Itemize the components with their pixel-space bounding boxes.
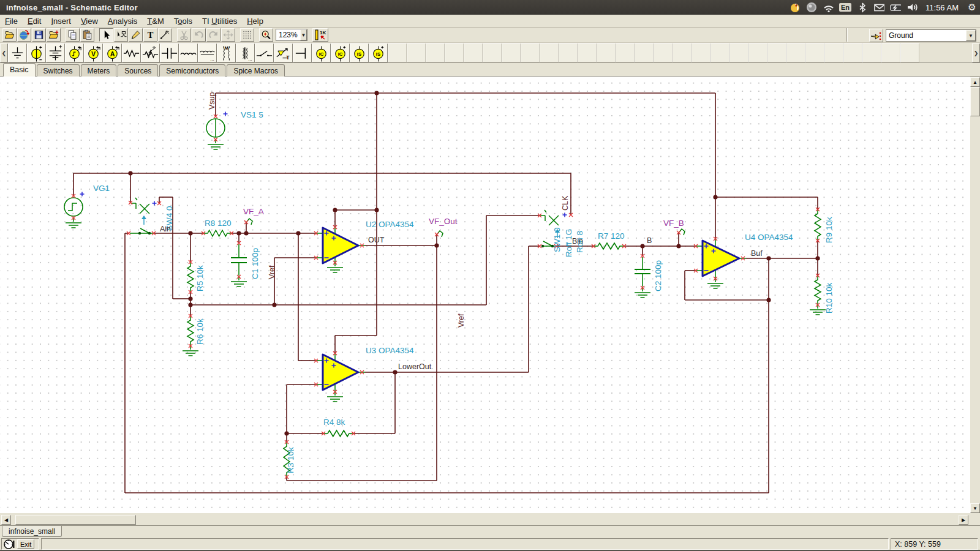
palette-item-potentiometer[interactable] xyxy=(141,43,160,62)
schematic-label[interactable]: VS1 5 xyxy=(241,110,263,119)
palette-item-switch[interactable] xyxy=(255,43,274,62)
wifi-icon[interactable] xyxy=(823,2,834,13)
palette-scroll-left[interactable]: ❮ xyxy=(0,43,8,62)
session-gear-icon[interactable]: ⚙ xyxy=(967,2,978,13)
hscroll-left-button[interactable]: ◀ xyxy=(1,515,11,525)
schematic-canvas[interactable]: VS1 5VsupVG1SW4 0AinR8 120VF_AC1 100pVre… xyxy=(0,77,970,513)
schematic-label[interactable]: U4 OPA4354 xyxy=(745,233,793,242)
palette-item-resistor[interactable] xyxy=(122,43,141,62)
volume-sphere-icon[interactable] xyxy=(806,2,817,13)
palette-tab-spice-macros[interactable]: Spice Macros xyxy=(227,64,285,77)
schematic-label[interactable]: VF_B xyxy=(663,219,684,228)
zoom-dropdown-arrow[interactable]: ▼ xyxy=(300,29,307,40)
schematic-label[interactable]: Buf xyxy=(751,249,763,258)
import-file-button[interactable] xyxy=(47,28,61,42)
schematic-label[interactable]: R7 120 xyxy=(598,231,625,241)
schematic-label[interactable]: C2 100p xyxy=(654,260,663,291)
bluetooth-icon[interactable] xyxy=(857,2,868,13)
schematic-label[interactable]: R3 10k xyxy=(286,447,295,473)
schematic-label[interactable]: LowerOut xyxy=(398,362,432,371)
schematic-label[interactable]: Ain xyxy=(160,225,171,233)
palette-item-voltage-generator[interactable] xyxy=(65,43,84,62)
palette-item-voltage-source[interactable] xyxy=(27,43,46,62)
menu-edit[interactable]: Edit xyxy=(23,15,46,27)
schematic-label[interactable]: VF_A xyxy=(243,207,264,216)
palette-item-transformer-core[interactable]: ... xyxy=(236,43,255,62)
paste-button[interactable] xyxy=(80,28,94,42)
schematic-label[interactable]: VF_Out xyxy=(429,217,458,226)
schematic-label[interactable]: Bin xyxy=(572,237,583,246)
menu-tools[interactable]: Tools xyxy=(169,15,197,27)
schematic-label[interactable]: U3 OPA4354 xyxy=(366,346,414,355)
meter-mode-icon[interactable] xyxy=(3,539,15,550)
palette-item-controlled-noise-source[interactable]: IS xyxy=(369,43,388,62)
schematic-label[interactable]: SW1 0 xyxy=(552,227,562,252)
schematic-label[interactable]: R4 8k xyxy=(323,418,345,427)
menu-t-m[interactable]: T&M xyxy=(142,15,168,27)
palette-item-capacitor[interactable] xyxy=(160,43,179,62)
palette-tab-sources[interactable]: Sources xyxy=(118,64,158,77)
keyboard-layout-badge[interactable]: En xyxy=(839,3,851,12)
wire-tool-button[interactable] xyxy=(158,28,172,42)
wires[interactable] xyxy=(74,93,818,493)
pen-tool-button[interactable] xyxy=(129,28,143,42)
schematic-label[interactable]: VG1 xyxy=(93,184,110,193)
component-symbols[interactable] xyxy=(64,119,826,477)
schematic-label[interactable]: R9 10k xyxy=(824,217,834,243)
menu-file[interactable]: File xyxy=(0,15,23,27)
component-tool-button[interactable] xyxy=(114,28,128,42)
palette-item-inductor[interactable] xyxy=(179,43,198,62)
vscroll-thumb[interactable] xyxy=(970,87,980,116)
vscroll-up-button[interactable]: ▲ xyxy=(970,77,980,87)
schematic-label[interactable]: Vref xyxy=(457,313,466,328)
palette-tab-semiconductors[interactable]: Semiconductors xyxy=(159,64,225,77)
palette-item-output-terminal[interactable] xyxy=(293,43,312,62)
schematic-label[interactable]: Vsup xyxy=(208,92,216,110)
copy-button[interactable] xyxy=(66,28,80,42)
net-selector-dropdown-arrow[interactable]: ▼ xyxy=(966,30,976,41)
open-web-button[interactable] xyxy=(17,28,31,42)
schematic-label[interactable]: CLK xyxy=(561,195,570,211)
palette-item-ground[interactable] xyxy=(8,43,27,62)
palette-item-voltmeter[interactable]: V xyxy=(84,43,103,62)
palette-item-controlled-switch[interactable]: T xyxy=(274,43,293,62)
schematic-label[interactable]: B xyxy=(647,236,652,245)
battery-icon[interactable] xyxy=(890,2,901,13)
zoom-level-combo[interactable]: 123% ▼ xyxy=(276,29,307,41)
schematic-label[interactable]: R10 10k xyxy=(824,282,834,313)
mail-icon[interactable] xyxy=(873,2,884,13)
menu-help[interactable]: Help xyxy=(242,15,268,27)
speaker-icon[interactable] xyxy=(907,2,918,13)
hscroll-right-button[interactable]: ▶ xyxy=(959,515,968,525)
grid-toggle-button[interactable] xyxy=(240,28,254,42)
select-tool-button[interactable] xyxy=(99,28,113,42)
palette-scroll-right[interactable]: ❯ xyxy=(972,43,980,62)
net-selector-combo[interactable]: Ground ▼ xyxy=(886,29,976,42)
document-tab[interactable]: infnoise_small xyxy=(2,526,62,537)
zoom-tool-button[interactable] xyxy=(259,28,273,42)
palette-item-controlled-current-source[interactable]: IC xyxy=(331,43,350,62)
vscroll-track[interactable] xyxy=(970,77,980,513)
schematic-label[interactable]: R6 10k xyxy=(195,318,205,345)
save-button[interactable] xyxy=(32,28,46,42)
palette-item-noise-source[interactable]: IS xyxy=(350,43,369,62)
palette-item-coupled-inductor[interactable]: ... xyxy=(198,43,217,62)
exit-button[interactable]: Exit xyxy=(17,539,34,549)
hscroll-thumb[interactable] xyxy=(15,515,136,525)
hscroll-track[interactable] xyxy=(1,515,969,525)
palette-tab-basic[interactable]: Basic xyxy=(3,63,36,77)
text-tool-button[interactable]: T xyxy=(143,28,157,42)
vscroll-down-button[interactable]: ▼ xyxy=(970,503,980,513)
menu-view[interactable]: View xyxy=(76,15,103,27)
schematic-label[interactable]: R8 120 xyxy=(205,219,232,228)
schematic-label[interactable]: C1 100p xyxy=(251,248,260,279)
palette-item-current-source[interactable]: IC xyxy=(312,43,331,62)
palette-tab-switches[interactable]: Switches xyxy=(37,64,80,77)
open-file-button[interactable] xyxy=(2,28,17,42)
schematic-label[interactable]: R5 10k xyxy=(195,265,205,291)
menu-insert[interactable]: Insert xyxy=(46,15,76,27)
menu-analysis[interactable]: Analysis xyxy=(103,15,142,27)
menu-ti-utilities[interactable]: TI Utilities xyxy=(197,15,242,27)
show-values-button[interactable]: 1K xyxy=(312,28,328,42)
palette-item-transformer[interactable]: M xyxy=(217,43,236,62)
